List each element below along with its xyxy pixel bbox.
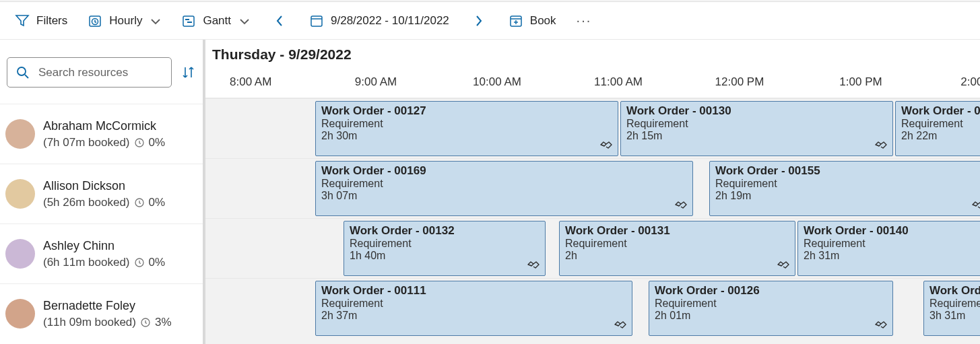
- resource-row[interactable]: Bernadette Foley (11h 09m booked) 3%: [0, 283, 203, 343]
- resource-sidebar: Search resources Abraham McCormick (7h 0…: [0, 40, 205, 344]
- next-range-button[interactable]: [469, 13, 488, 28]
- booking-requirement: Requirement: [626, 118, 887, 130]
- booking-requirement: Requirement: [321, 118, 612, 130]
- booking-requirement: Requirement: [655, 298, 887, 310]
- hour-label: 12:00 PM: [679, 75, 800, 89]
- booking-block[interactable]: Work Order - 00130 Requirement 2h 15m: [620, 101, 893, 156]
- booking-block[interactable]: Work Order - 00169 Requirement 3h 07m: [315, 161, 693, 216]
- resource-name: Abraham McCormick: [43, 117, 165, 135]
- book-label: Book: [530, 14, 556, 28]
- booking-duration: 2h 37m: [321, 310, 626, 322]
- booking-title: Work Order - 00111: [321, 284, 626, 298]
- handshake-icon: [874, 138, 888, 153]
- hour-label: 9:00 AM: [315, 75, 436, 89]
- hour-label: 11:00 AM: [558, 75, 679, 89]
- booking-title: Work Order - 00169: [321, 164, 687, 178]
- search-input[interactable]: Search resources: [7, 57, 172, 88]
- booking-duration: 2h 01m: [655, 310, 887, 322]
- booking-requirement: Requirement: [901, 118, 980, 130]
- hour-label: 10:00 AM: [436, 75, 558, 89]
- booking-duration: 3h 31m: [929, 310, 980, 322]
- booking-duration: 2h 22m: [901, 130, 980, 142]
- booking-block[interactable]: Work Order - 00132 Requirement 1h 40m: [344, 221, 546, 276]
- chevron-down-icon: [149, 15, 161, 27]
- booking-block[interactable]: Work Order - 00127 Requirement 2h 30m: [315, 101, 618, 156]
- resource-name: Ashley Chinn: [43, 237, 165, 254]
- booking-requirement: Requirement: [929, 298, 980, 310]
- booking-title: Work Order - 00126: [655, 284, 887, 298]
- avatar: [5, 119, 35, 149]
- booking-duration: 2h 15m: [626, 130, 887, 142]
- resource-subtext: (6h 11m booked) 0%: [43, 254, 165, 271]
- date-range-label: 9/28/2022 - 10/11/2022: [331, 14, 449, 28]
- hour-label: 1:00 PM: [800, 75, 921, 89]
- gantt-icon: [181, 13, 196, 28]
- calendar-plus-icon: [509, 13, 523, 28]
- booking-title: Work Order - 00140: [804, 224, 980, 238]
- book-button[interactable]: Book: [509, 13, 556, 28]
- more-actions-button[interactable]: ···: [577, 13, 592, 28]
- resource-subtext: (5h 26m booked) 0%: [43, 195, 165, 211]
- booking-duration: 2h: [565, 250, 789, 262]
- handshake-icon: [613, 318, 628, 333]
- handshake-icon: [874, 318, 888, 333]
- hour-label: 2:00 PM: [921, 75, 980, 89]
- resource-row[interactable]: Abraham McCormick (7h 07m booked) 0%: [0, 104, 203, 164]
- schedule-lane[interactable]: Work Order - 00111 Requirement 2h 37m Wo…: [205, 278, 980, 338]
- date-range-picker[interactable]: 9/28/2022 - 10/11/2022: [309, 13, 449, 28]
- schedule-board[interactable]: Thursday - 9/29/2022 8:00 AM9:00 AM10:00…: [205, 40, 980, 344]
- booking-duration: 3h 07m: [321, 190, 687, 202]
- filter-icon: [15, 13, 30, 28]
- hour-label: 8:00 AM: [205, 75, 315, 89]
- resource-row[interactable]: Allison Dickson (5h 26m booked) 0%: [0, 164, 203, 223]
- clock-icon: [140, 317, 151, 328]
- booking-title: Work Order - 00135: [901, 104, 980, 118]
- calendar-icon: [309, 13, 324, 28]
- clock-icon: [134, 257, 145, 268]
- prev-range-button[interactable]: [270, 13, 289, 28]
- booking-title: Work Order - 00127: [321, 104, 612, 118]
- resource-name: Bernadette Foley: [43, 297, 172, 314]
- clock-calendar-icon: [88, 13, 102, 28]
- booking-block[interactable]: Work Order - 00126 Requirement 2h 01m: [649, 281, 893, 336]
- booking-title: Work Order - 00131: [565, 224, 789, 238]
- schedule-lane[interactable]: Work Order - 00127 Requirement 2h 30m Wo…: [205, 98, 980, 158]
- booking-duration: 2h 31m: [804, 250, 980, 262]
- schedule-lane[interactable]: Work Order - 00169 Requirement 3h 07m Wo…: [205, 158, 980, 218]
- toolbar: Filters Hourly Gantt 9/28/2022 - 10/11/2…: [0, 2, 980, 40]
- booking-requirement: Requirement: [321, 178, 687, 190]
- time-scale-label: Hourly: [109, 14, 142, 28]
- handshake-icon: [674, 198, 688, 213]
- handshake-icon: [526, 258, 541, 273]
- booking-requirement: Requirement: [350, 238, 540, 250]
- sort-button[interactable]: [181, 65, 196, 80]
- booking-block[interactable]: Work Order - 00111 Requirement 2h 37m: [315, 281, 632, 336]
- booking-title: Work Order - 00128: [929, 284, 980, 298]
- view-label: Gantt: [203, 14, 231, 28]
- filters-button[interactable]: Filters: [15, 13, 67, 28]
- booking-block[interactable]: Work Order - 00155 Requirement 2h 19m: [709, 161, 980, 216]
- booking-requirement: Requirement: [565, 238, 789, 250]
- booking-requirement: Requirement: [321, 298, 626, 310]
- avatar: [5, 299, 35, 329]
- booking-requirement: Requirement: [715, 178, 980, 190]
- booking-block[interactable]: Work Order - 00140 Requirement 2h 31m: [797, 221, 980, 276]
- chevron-down-icon: [238, 15, 250, 27]
- booking-duration: 2h 19m: [715, 190, 980, 202]
- avatar: [5, 179, 35, 209]
- booking-title: Work Order - 00130: [626, 104, 887, 118]
- booking-block[interactable]: Work Order - 00131 Requirement 2h: [559, 221, 795, 276]
- day-header: Thursday - 9/29/2022: [205, 40, 980, 67]
- handshake-icon: [776, 258, 791, 273]
- booking-block[interactable]: Work Order - 00135 Requirement 2h 22m: [895, 101, 980, 156]
- booking-duration: 1h 40m: [350, 250, 540, 262]
- booking-block[interactable]: Work Order - 00128 Requirement 3h 31m: [923, 281, 980, 336]
- handshake-icon: [971, 198, 980, 213]
- resource-row[interactable]: Ashley Chinn (6h 11m booked) 0%: [0, 223, 203, 283]
- time-scale-dropdown[interactable]: Hourly: [88, 13, 161, 28]
- schedule-lane[interactable]: Work Order - 00132 Requirement 1h 40m Wo…: [205, 218, 980, 278]
- resource-subtext: (7h 07m booked) 0%: [43, 135, 165, 151]
- booking-duration: 2h 30m: [321, 130, 612, 142]
- booking-requirement: Requirement: [804, 238, 980, 250]
- view-dropdown[interactable]: Gantt: [181, 13, 250, 28]
